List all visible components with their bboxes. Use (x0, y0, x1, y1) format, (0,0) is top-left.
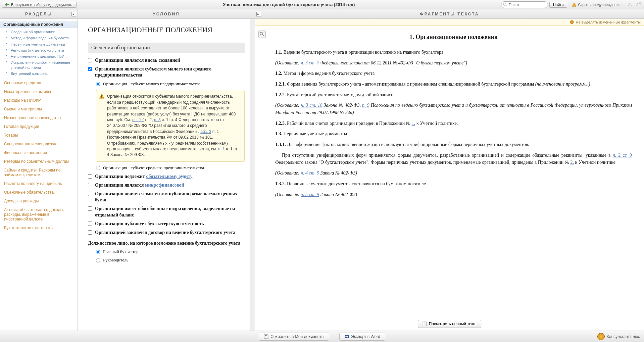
law-link[interactable]: п. 3 (154, 117, 161, 122)
find-button[interactable]: Найти (549, 2, 567, 8)
law-link[interactable]: ч. 5 ст. 9 (301, 192, 319, 197)
nav-item[interactable]: Товары (0, 131, 78, 140)
hide-warnings-toggle[interactable]: Скрыть предупреждения (570, 2, 623, 7)
nav-item[interactable]: Расчеты по налогу на прибыль (0, 179, 78, 188)
nav-item[interactable]: Спецоснастка и спецодежда (0, 140, 78, 148)
nav-item[interactable]: Основные средства (0, 79, 78, 87)
radio-chief-accountant[interactable] (96, 250, 100, 254)
nav-item[interactable]: Доходы и расходы (0, 197, 78, 205)
font-size-icon[interactable]: AA (628, 2, 634, 8)
audit-link[interactable]: обязательному аудиту (146, 174, 192, 179)
svg-line-1 (506, 5, 507, 6)
law-link[interactable]: ч. 3 ст. 10 (301, 103, 323, 108)
save-icon (264, 334, 268, 339)
checkbox-label: Организация является микрофинансовой (95, 182, 184, 188)
checkbox-label: Организация является субъектом малого ил… (95, 66, 245, 78)
back-button[interactable]: Вернуться к выбору вида документа (2, 2, 77, 8)
radio-small-business[interactable] (96, 82, 100, 86)
checkbox-microfinance[interactable] (88, 183, 92, 187)
law-link[interactable]: абз. 3 (200, 129, 211, 134)
microfinance-link[interactable]: микрофинансовой (145, 183, 184, 188)
nav-subitem[interactable]: Регистры бухгалтерского учета (6, 47, 78, 53)
section-header: Сведения об организации (88, 43, 245, 53)
settings-icon[interactable]: A (636, 2, 642, 8)
warning-icon (572, 2, 577, 7)
nav-item[interactable]: Финансовые вложения (0, 148, 78, 157)
checkbox-mandatory-audit[interactable] (88, 174, 92, 179)
highlight-icon (569, 20, 574, 25)
collapse-fragments-button[interactable]: ▸ (256, 12, 261, 16)
checkbox-label: Организация является эмитентом публично … (95, 191, 245, 203)
nav-subitem[interactable]: Первичные учетные документы (6, 41, 78, 47)
svg-text:A: A (636, 3, 639, 7)
nav-item[interactable]: Незавершенное производство (0, 113, 78, 122)
warning-icon (99, 94, 104, 99)
checkbox-separate-units[interactable] (88, 206, 92, 211)
svg-point-5 (639, 2, 641, 4)
radio-label: Руководитель (103, 257, 129, 263)
search-input[interactable] (501, 1, 548, 8)
appendix-link[interactable]: 2. (571, 160, 574, 165)
text-fragments-body: 1. Организационные положения 1.1. Ведени… (255, 26, 644, 331)
brand-icon (597, 333, 605, 340)
checkbox-accounting-contract[interactable] (88, 230, 92, 235)
highlight-toggle[interactable]: Не выделять измененные фрагменты (255, 19, 644, 26)
collapse-sidebar-button[interactable]: ◂ (71, 12, 76, 16)
save-to-documents-button[interactable]: Сохранить в Мои документы (259, 333, 329, 341)
nav-item[interactable]: Оценочные обязательства (0, 188, 78, 197)
nav-item[interactable]: Расходы на НИОКР (0, 96, 78, 105)
svg-rect-7 (101, 97, 102, 98)
svg-text:W: W (345, 335, 348, 338)
nav-item[interactable]: Сырье и материалы (0, 105, 78, 113)
nav-item[interactable]: Займы и кредиты. Расходы по займам и кре… (0, 166, 78, 179)
nav-item[interactable]: Нематериальные активы (0, 87, 78, 96)
checkbox-publishes-reports[interactable] (88, 222, 92, 226)
svg-text:A: A (628, 3, 631, 7)
checkbox-newly-created[interactable] (88, 58, 92, 62)
search-icon (503, 2, 508, 7)
law-link[interactable]: ч. 2 ст. 9 (613, 153, 632, 158)
fragments-header: ▸ ФРАГМЕНТЫ ТЕКСТА (255, 9, 644, 19)
checkbox-label: Организация публикует бухгалтерскую отче… (95, 221, 204, 227)
conditions-title: ОРГАНИЗАЦИОННЫЕ ПОЛОЖЕНИЯ (88, 26, 245, 37)
view-full-text-button[interactable]: Посмотреть полный текст (418, 320, 482, 328)
word-icon: W (344, 334, 349, 339)
law-link[interactable]: п. 1 (218, 147, 225, 151)
svg-rect-6 (101, 95, 102, 97)
nav-subitem[interactable]: Сведения об организации (6, 29, 78, 35)
checkbox-label: Организацией заключен договор на ведение… (95, 230, 235, 236)
export-word-button[interactable]: W Экспорт в Word (339, 333, 385, 341)
fragment-title: 1. Организационные положения (275, 33, 632, 42)
radio-director[interactable] (96, 258, 100, 262)
nav-subitem[interactable]: Неприменение отдельных ПБУ (6, 53, 78, 59)
svg-point-0 (504, 3, 506, 5)
nav-subitem[interactable]: Метод и форма ведения бухучета (6, 35, 78, 41)
nav-item[interactable]: Бухгалтерская отчетность (0, 224, 78, 232)
svg-text:A: A (631, 4, 633, 7)
nav-item[interactable]: Активы, обязательства, доходы, расходы, … (0, 205, 78, 224)
checkbox-sme-subject[interactable] (88, 67, 92, 71)
nav-item[interactable]: Резервы по сомнительным долгам (0, 157, 78, 166)
radio-medium-business[interactable] (96, 166, 100, 170)
radio-label: Организация - субъект среднего предприни… (103, 165, 204, 171)
nav-subitem[interactable]: Исправление ошибок и изменение учетной п… (6, 59, 78, 70)
back-label: Вернуться к выбору вида документа (11, 3, 73, 7)
scrollbar[interactable] (250, 19, 255, 331)
conditions-header: УСЛОВИЯ (78, 9, 255, 19)
warning-box: Организация относится к субъектам малого… (96, 90, 245, 161)
appendix-link[interactable]: 1. (412, 121, 415, 126)
nav-item[interactable]: Готовая продукция (0, 122, 78, 131)
checkbox-label: Организация имеет обособленные подраздел… (95, 206, 245, 218)
law-link[interactable]: пп. "б" (132, 117, 144, 122)
checkbox-public-issuer[interactable] (88, 192, 92, 196)
sections-header: РАЗДЕЛЫ ◂ (0, 9, 78, 19)
nav-active-section[interactable]: Организационные положения (0, 21, 78, 28)
radio-label: Организация - субъект малого предпринима… (103, 81, 201, 87)
svg-rect-16 (265, 335, 267, 336)
law-link[interactable]: ч. 3 ст. 7 (301, 60, 319, 65)
nav-subitem[interactable]: Внутренний контроль (6, 70, 78, 77)
law-link[interactable]: ч. 4 ст. 9 (301, 170, 319, 176)
arrow-left-icon (5, 3, 10, 7)
brand-logo: КонсультантПлюс (597, 333, 640, 340)
law-link[interactable]: п. 9 (362, 103, 369, 108)
